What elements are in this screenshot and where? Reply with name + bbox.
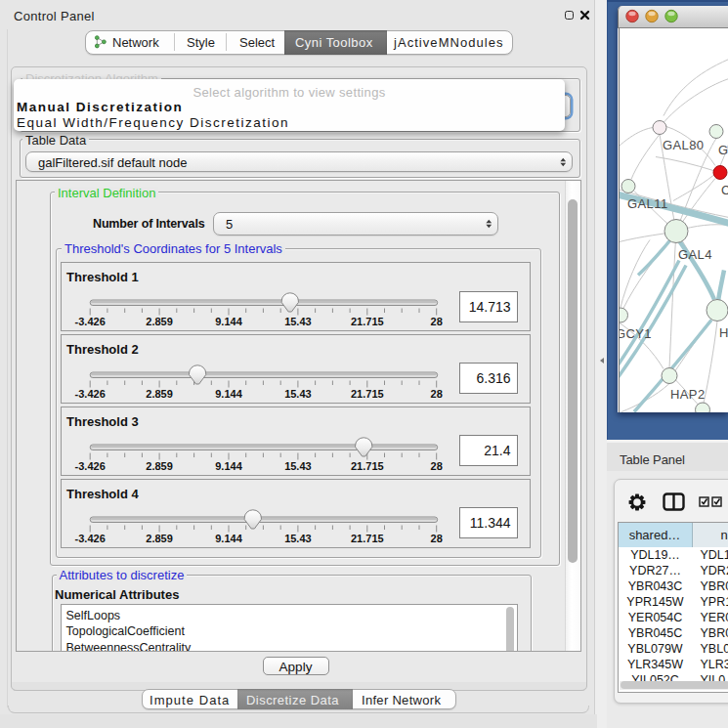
svg-text:9.144: 9.144 <box>215 387 242 399</box>
svg-text:HAP2: HAP2 <box>670 386 706 401</box>
svg-text:GAL80: GAL80 <box>663 137 704 151</box>
svg-text:GA: GA <box>718 142 728 156</box>
svg-text:CY: CY <box>721 182 728 196</box>
svg-text:GAL4: GAL4 <box>678 246 712 261</box>
svg-text:-3.426: -3.426 <box>74 532 105 543</box>
svg-text:9.144: 9.144 <box>215 316 242 327</box>
svg-text:H: H <box>719 324 728 339</box>
svg-text:2.859: 2.859 <box>146 387 173 399</box>
svg-text:2.859: 2.859 <box>146 459 173 471</box>
svg-text:-3.426: -3.426 <box>74 459 105 471</box>
svg-text:GCY1: GCY1 <box>620 325 652 340</box>
svg-text:21.715: 21.715 <box>350 316 383 327</box>
svg-text:15.43: 15.43 <box>284 532 312 543</box>
svg-text:2.859: 2.859 <box>146 532 173 543</box>
svg-text:15.43: 15.43 <box>284 387 312 399</box>
svg-text:28: 28 <box>430 532 442 543</box>
svg-text:21.715: 21.715 <box>350 532 383 543</box>
svg-text:-3.426: -3.426 <box>74 316 105 327</box>
svg-text:21.715: 21.715 <box>350 387 383 399</box>
svg-text:15.43: 15.43 <box>284 459 312 471</box>
svg-text:-3.426: -3.426 <box>74 387 105 399</box>
svg-text:28: 28 <box>430 387 442 399</box>
svg-text:GAL11: GAL11 <box>627 195 668 210</box>
svg-text:9.144: 9.144 <box>215 532 242 543</box>
svg-text:21.715: 21.715 <box>350 459 383 471</box>
svg-text:28: 28 <box>430 459 442 471</box>
svg-text:2.859: 2.859 <box>146 316 173 327</box>
svg-text:15.43: 15.43 <box>284 316 312 327</box>
svg-text:28: 28 <box>430 316 442 327</box>
svg-text:9.144: 9.144 <box>215 459 242 471</box>
